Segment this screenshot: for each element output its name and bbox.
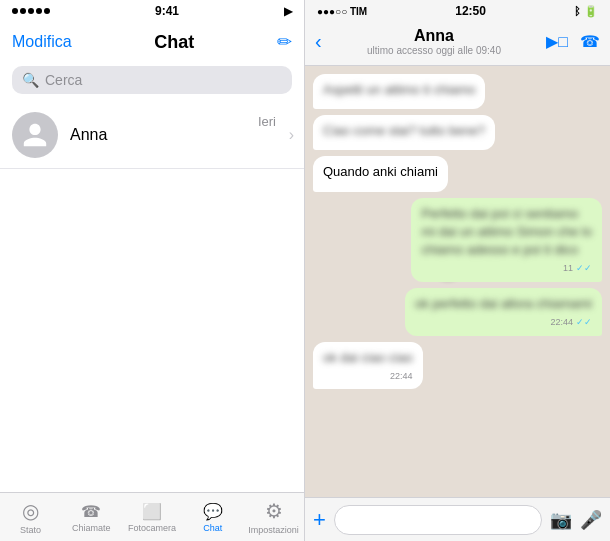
tab-chiamate[interactable]: ☎ Chiamate xyxy=(61,502,122,533)
right-panel: ●●●○○ TIM 12:50 ᛒ 🔋 ‹ Anna ultimo access… xyxy=(305,0,610,541)
bluetooth-icon: ᛒ xyxy=(574,5,581,17)
bubble-received: Ciao come stai? tutto bene? xyxy=(313,115,495,150)
bubble-text: Perfetto dai poi ci sentiamomi dai un at… xyxy=(421,205,592,260)
tab-impostazioni[interactable]: ⚙ Impostazioni xyxy=(243,499,304,535)
right-status-icons: ᛒ 🔋 xyxy=(574,5,598,18)
chat-icon: 💬 xyxy=(203,502,223,521)
search-icon: 🔍 xyxy=(22,72,39,88)
tab-fotocamera[interactable]: ⬜ Fotocamera xyxy=(122,502,183,533)
bubble-received: Aspetti un attimo ti chiamo xyxy=(313,74,485,109)
tab-chat[interactable]: 💬 Chat xyxy=(182,502,243,533)
bubble-text: ok dai ciao ciao xyxy=(323,349,413,367)
bubble-received: ok dai ciao ciao 22:44 xyxy=(313,342,423,390)
right-navbar: ‹ Anna ultimo accesso oggi alle 09:40 ▶□… xyxy=(305,22,610,66)
left-panel: 9:41 ▶ Modifica Chat ✏ 🔍 Cerca Anna Ieri… xyxy=(0,0,305,541)
message-row: Ciao come stai? tutto bene? xyxy=(313,115,602,150)
back-button[interactable]: ‹ xyxy=(315,30,322,53)
bubble-sent: ok perfetto dai allora chiamami 22:44 ✓✓ xyxy=(405,288,602,336)
fotocamera-icon: ⬜ xyxy=(142,502,162,521)
contact-status: ultimo accesso oggi alle 09:40 xyxy=(367,45,501,56)
right-status-bar: ●●●○○ TIM 12:50 ᛒ 🔋 xyxy=(305,0,610,22)
left-navbar: Modifica Chat ✏ xyxy=(0,22,304,66)
back-chevron-icon: ‹ xyxy=(315,30,322,53)
right-time: 12:50 xyxy=(455,4,486,18)
chat-input-bar: + 📷 🎤 xyxy=(305,497,610,541)
message-row: Quando anki chiami xyxy=(313,156,602,191)
message-row: Aspetti un attimo ti chiamo xyxy=(313,74,602,109)
bubble-text: Aspetti un attimo ti chiamo xyxy=(323,81,475,99)
add-button[interactable]: + xyxy=(313,507,326,533)
right-carrier: ●●●○○ TIM xyxy=(317,6,367,17)
contact-info[interactable]: Anna ultimo accesso oggi alle 09:40 xyxy=(322,27,547,56)
bubble-text: ok perfetto dai allora chiamami xyxy=(415,295,592,313)
chevron-right-icon: › xyxy=(289,126,294,144)
contact-name: Anna xyxy=(414,27,454,45)
message-row: ok dai ciao ciao 22:44 xyxy=(313,342,602,390)
message-input[interactable] xyxy=(334,505,542,535)
chiamate-icon: ☎ xyxy=(81,502,101,521)
tab-fotocamera-label: Fotocamera xyxy=(128,523,176,533)
chat-item[interactable]: Anna Ieri › xyxy=(0,102,304,169)
battery-icon: 🔋 xyxy=(584,5,598,18)
search-placeholder: Cerca xyxy=(45,72,82,88)
left-status-bar: 9:41 ▶ xyxy=(0,0,304,22)
camera-button[interactable]: 📷 xyxy=(550,509,572,531)
bubble-text: Ciao come stai? tutto bene? xyxy=(323,122,485,140)
message-row: ok perfetto dai allora chiamami 22:44 ✓✓ xyxy=(313,288,602,336)
edit-button[interactable]: Modifica xyxy=(12,33,72,51)
search-bar[interactable]: 🔍 Cerca xyxy=(12,66,292,94)
compose-icon[interactable]: ✏ xyxy=(277,31,292,53)
bubble-text: Quando anki chiami xyxy=(323,163,438,181)
avatar xyxy=(12,112,58,158)
bubble-time: 22:44 ✓✓ xyxy=(415,316,592,329)
bubble-time: 22:44 xyxy=(323,370,413,383)
bubble-time: 11 ✓✓ xyxy=(421,262,592,275)
phone-call-icon[interactable]: ☎ xyxy=(580,32,600,51)
tab-bar: ◎ Stato ☎ Chiamate ⬜ Fotocamera 💬 Chat ⚙… xyxy=(0,492,304,541)
tab-stato[interactable]: ◎ Stato xyxy=(0,499,61,535)
tab-chiamate-label: Chiamate xyxy=(72,523,111,533)
left-title: Chat xyxy=(154,32,194,53)
bubble-sent: Perfetto dai poi ci sentiamomi dai un at… xyxy=(411,198,602,282)
tab-impostazioni-label: Impostazioni xyxy=(248,525,299,535)
stato-icon: ◎ xyxy=(22,499,39,523)
chat-area: Aspetti un attimo ti chiamo Ciao come st… xyxy=(305,66,610,497)
tab-stato-label: Stato xyxy=(20,525,41,535)
microphone-button[interactable]: 🎤 xyxy=(580,509,602,531)
action-icons: ▶□ ☎ xyxy=(546,32,600,51)
message-row: Perfetto dai poi ci sentiamomi dai un at… xyxy=(313,198,602,282)
chat-list: Anna Ieri › xyxy=(0,102,304,492)
left-status-icons: ▶ xyxy=(284,5,292,18)
tab-chat-label: Chat xyxy=(203,523,222,533)
left-time: 9:41 xyxy=(155,4,179,18)
signal-icons xyxy=(12,8,50,14)
impostazioni-icon: ⚙ xyxy=(265,499,283,523)
video-call-icon[interactable]: ▶□ xyxy=(546,32,568,51)
bubble-received: Quando anki chiami xyxy=(313,156,448,191)
chat-time: Ieri xyxy=(258,114,276,129)
